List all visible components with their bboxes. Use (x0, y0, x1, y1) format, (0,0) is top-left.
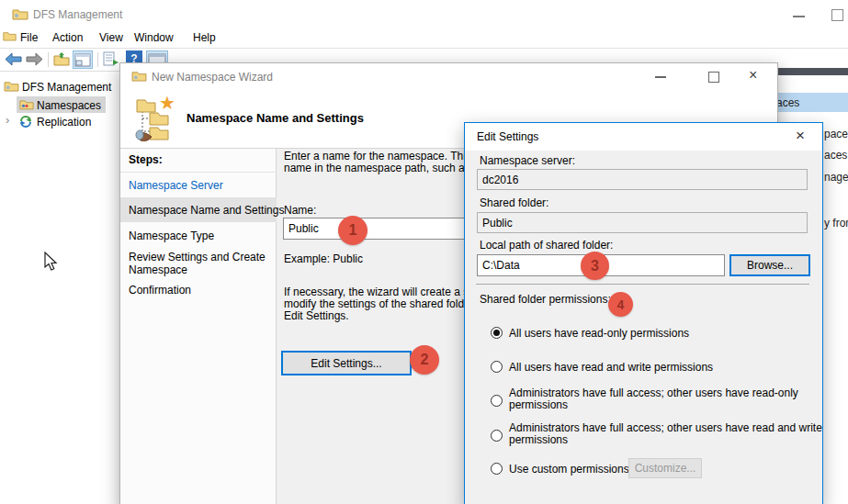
annotation-badge-2: 2 (410, 345, 439, 375)
dialog-close-icon[interactable]: × (796, 127, 805, 145)
namespaces-icon (19, 98, 34, 113)
export-list-icon[interactable] (103, 51, 120, 70)
app-title: DFS Management (33, 8, 122, 21)
name-label: Name: (284, 205, 316, 217)
annotation-badge-3: 3 (581, 252, 609, 280)
show-hide-console-tree-icon[interactable] (73, 50, 93, 69)
wizard-note-line3: Edit Settings. (284, 310, 349, 322)
local-path-label: Local path of shared folder: (480, 239, 613, 252)
wizard-intro-line2: name in the namespace path, such as \\ (284, 162, 480, 174)
background-action-fragment: nagen (824, 171, 848, 184)
shared-folder-input (477, 212, 808, 233)
radio-admin-full-readonly-label[interactable]: Administrators have full access; other u… (509, 387, 826, 411)
divider (120, 172, 277, 173)
wizard-minimize-icon[interactable] (655, 76, 666, 78)
wizard-steps-panel: Steps: Namespace Server Namespace Name a… (120, 149, 277, 504)
svg-text:★: ★ (159, 95, 175, 113)
radio-admin-full-readwrite-label[interactable]: Administrators have full access; other u… (509, 422, 826, 446)
menu-action[interactable]: Action (52, 31, 83, 44)
annotation-badge-1: 1 (338, 216, 367, 245)
wizard-close-icon[interactable]: × (749, 67, 757, 84)
wizard-page-title: Namespace Name and Settings (187, 111, 364, 125)
radio-admin-full-readonly[interactable] (491, 395, 503, 407)
console-window-icon[interactable] (3, 30, 17, 44)
radio-admin-full-readwrite[interactable] (491, 430, 503, 442)
wizard-titlebar: New Namespace Wizard × (120, 63, 777, 89)
maximize-icon[interactable] (831, 9, 843, 21)
namespace-wizard-icon: ★ (135, 95, 177, 147)
dialog-title: Edit Settings (477, 130, 538, 143)
menu-file[interactable]: File (20, 31, 38, 44)
permissions-label: Shared folder permissions: (480, 293, 611, 306)
annotation-badge-4: 4 (608, 292, 633, 317)
replication-icon (18, 115, 33, 130)
namespace-server-input (477, 169, 808, 190)
background-row-text: aces (776, 96, 799, 109)
main-titlebar: DFS Management (0, 0, 848, 28)
edit-settings-dialog: Edit Settings × Namespace server: Shared… (464, 122, 823, 504)
background-panel-header (772, 68, 848, 75)
wizard-title: New Namespace Wizard (152, 71, 273, 84)
customize-button[interactable]: Customize... (628, 458, 702, 478)
step-review-settings[interactable]: Review Settings and Create Namespace (129, 251, 268, 276)
menu-window[interactable]: Window (134, 31, 174, 44)
radio-read-write-label[interactable]: All users have read and write permission… (509, 362, 826, 374)
minimize-icon[interactable] (793, 16, 805, 17)
background-action-fragment: y from (824, 217, 848, 230)
dfs-management-icon (4, 80, 19, 95)
browse-button[interactable]: Browse... (729, 254, 810, 276)
radio-custom-permissions[interactable] (491, 463, 503, 475)
step-namespace-server[interactable]: Namespace Server (129, 179, 223, 192)
radio-read-only-label[interactable]: All users have read-only permissions (509, 328, 826, 340)
console-tree: DFS Management Namespaces › Replication (0, 71, 119, 504)
menubar: File Action View Window Help (0, 28, 848, 49)
toolbar-separator (97, 52, 98, 67)
edit-settings-button[interactable]: Edit Settings... (281, 351, 412, 375)
app-folder-icon (12, 7, 28, 23)
mouse-cursor (44, 252, 58, 274)
steps-label: Steps: (129, 153, 163, 166)
step-confirmation[interactable]: Confirmation (129, 284, 191, 297)
dialog-titlebar: Edit Settings × (465, 123, 822, 151)
background-action-fragment: pace... (824, 128, 848, 140)
radio-read-only[interactable] (491, 327, 503, 339)
wizard-maximize-icon[interactable] (708, 72, 719, 83)
background-action-fragment: aces t (824, 149, 848, 162)
expander-chevron-icon[interactable]: › (6, 113, 9, 127)
step-namespace-type[interactable]: Namespace Type (129, 230, 214, 242)
back-icon[interactable] (5, 52, 22, 69)
tree-item-replication[interactable]: Replication (37, 116, 91, 129)
radio-read-write[interactable] (491, 361, 503, 373)
menu-help[interactable]: Help (193, 31, 216, 44)
screen: DFS Management File Action View Window H… (0, 0, 848, 504)
menu-view[interactable]: View (99, 31, 123, 44)
toolbar-separator (48, 52, 49, 67)
example-text: Example: Public (284, 253, 363, 265)
shared-folder-label: Shared folder: (480, 196, 548, 209)
forward-icon[interactable] (26, 52, 43, 69)
up-folder-icon[interactable] (53, 51, 70, 69)
step-namespace-name-and-settings[interactable]: Namespace Name and Settings (129, 204, 284, 217)
wizard-folder-icon (131, 70, 147, 84)
tree-item-namespaces[interactable]: Namespaces (37, 99, 101, 112)
background-selected-row: aces (772, 93, 848, 112)
tree-item-dfs-management[interactable]: DFS Management (22, 81, 111, 94)
divider (476, 284, 809, 285)
namespace-server-label: Namespace server: (480, 154, 575, 167)
